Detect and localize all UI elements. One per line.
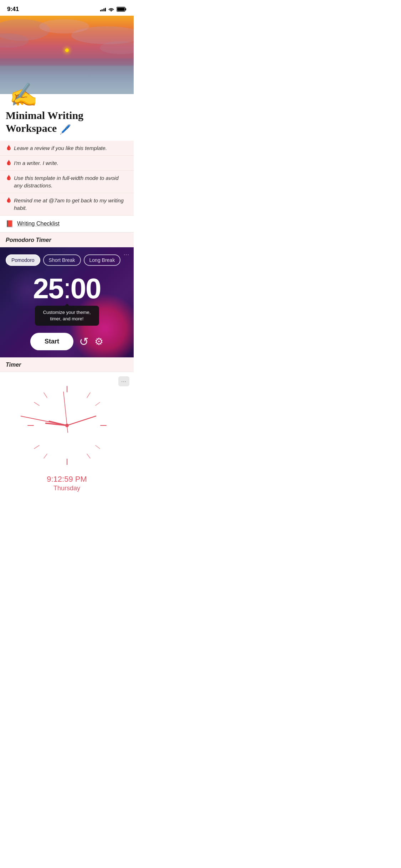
callout-icon: 🩸 [6, 160, 12, 165]
timer-display: 25:00 Customize your theme, timer, and m… [6, 274, 128, 326]
timer-tooltip: Customize your theme, timer, and more! [35, 306, 99, 326]
signal-bars-icon [100, 7, 106, 11]
analog-clock-container: ··· [0, 372, 134, 499]
timer-tabs: PomodoroShort BreakLong Break [6, 254, 128, 266]
svg-point-25 [65, 424, 69, 427]
svg-point-5 [39, 19, 89, 33]
status-time: 9:41 [7, 6, 19, 13]
clock-time: 9:12:59 PM [47, 475, 87, 484]
timer-section-header: Timer [0, 357, 134, 372]
start-button[interactable]: Start [30, 333, 73, 350]
svg-line-12 [87, 393, 90, 398]
callout-item: 🩸 Leave a review if you like this templa… [0, 141, 134, 156]
page-title-area: Minimal Writing Workspace 🖊️ [0, 106, 134, 141]
pomodoro-widget: ··· PomodoroShort BreakLong Break 25:00 … [0, 247, 134, 357]
reset-icon[interactable]: ↺ [79, 335, 89, 348]
timer-tab-pomodoro[interactable]: Pomodoro [6, 254, 40, 266]
callouts-container: 🩸 Leave a review if you like this templa… [0, 141, 134, 216]
writing-checklist-row[interactable]: 📕 Writing Checklist [0, 216, 134, 232]
svg-line-13 [96, 402, 100, 405]
timer-tab-long-break[interactable]: Long Break [84, 254, 121, 266]
analog-clock [21, 379, 113, 472]
svg-line-17 [34, 445, 39, 449]
callout-text: I'm a writer. I write. [14, 159, 58, 167]
callout-icon: 🩸 [6, 175, 12, 180]
timer-seconds: 00 [71, 273, 101, 304]
widget-dots[interactable]: ··· [124, 252, 129, 258]
svg-line-14 [96, 445, 100, 449]
pen-icon: 🖊️ [60, 124, 71, 135]
callout-item: 🩸 I'm a writer. I write. [0, 156, 134, 171]
callout-icon: 🩸 [6, 197, 12, 203]
page-title: Minimal Writing Workspace 🖊️ [6, 109, 128, 135]
svg-line-19 [44, 393, 47, 398]
callout-text: Leave a review if you like this template… [14, 144, 107, 152]
callout-item: 🩸 Remind me at @7am to get back to my wr… [0, 193, 134, 216]
callout-text: Use this template in full-width mode to … [14, 174, 128, 189]
more-button[interactable]: ··· [118, 376, 129, 386]
timer-controls: Start ↺ ⚙ [6, 333, 128, 350]
settings-icon[interactable]: ⚙ [94, 336, 103, 347]
writing-hand-emoji: ✍️ [9, 83, 38, 106]
svg-line-15 [87, 454, 90, 458]
status-icons [100, 7, 127, 12]
svg-rect-2 [117, 8, 125, 11]
pomodoro-section-title: Pomodoro Timer [6, 237, 51, 243]
callout-icon: 🩸 [6, 145, 12, 150]
callout-item: 🩸 Use this template in full-width mode t… [0, 171, 134, 193]
checklist-label[interactable]: Writing Checklist [17, 221, 60, 227]
book-icon: 📕 [6, 220, 14, 228]
timer-tab-short-break[interactable]: Short Break [43, 254, 81, 266]
svg-line-18 [34, 402, 39, 405]
svg-line-23 [67, 416, 96, 425]
timer-section-title: Timer [6, 362, 21, 368]
page-content: ✍️ Minimal Writing Workspace 🖊️ 🩸 Leave … [0, 94, 134, 499]
svg-line-16 [44, 454, 47, 458]
timer-minutes: 25 [33, 273, 63, 304]
callout-text: Remind me at @7am to get back to my writ… [14, 197, 128, 212]
timer-time: 25:00 [6, 274, 128, 303]
battery-icon [117, 7, 127, 12]
status-bar: 9:41 [0, 0, 134, 16]
svg-rect-1 [125, 8, 127, 10]
wifi-icon [108, 7, 114, 11]
pomodoro-section-header: Pomodoro Timer [0, 232, 134, 247]
clock-day: Thursday [53, 485, 80, 492]
